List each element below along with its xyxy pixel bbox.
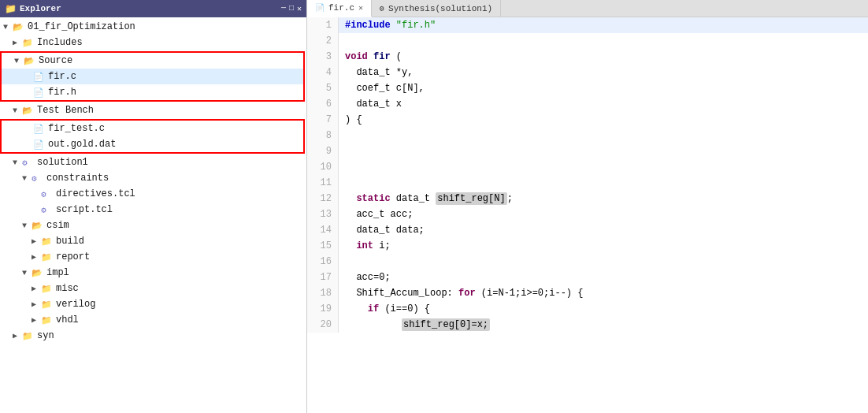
line-number: 1	[307, 17, 339, 33]
tree-label: Test Bench	[37, 105, 94, 116]
maximize-icon[interactable]: □	[289, 4, 294, 13]
tree-item-root[interactable]: ▼ 📂 01_fir_Optimization	[0, 19, 306, 35]
tree-label: fir.c	[48, 71, 76, 82]
arrow-icon: ▶	[13, 38, 22, 47]
line-number: 11	[307, 175, 339, 191]
minimize-icon[interactable]: ─	[281, 4, 286, 13]
tree-label: vhdl	[56, 314, 79, 326]
line-number: 17	[307, 270, 339, 285]
tree-label: impl	[46, 267, 69, 278]
arrow-icon: ▼	[3, 23, 13, 32]
tree-label: script.tcl	[56, 204, 113, 215]
code-line: 6 data_t x	[307, 96, 868, 112]
line-number: 5	[307, 80, 339, 96]
folder-icon: 📁	[41, 236, 54, 247]
folder-icon: 📁	[41, 284, 54, 294]
arrow-icon: ▼	[13, 158, 22, 167]
tree-item-verilog[interactable]: ▶ 📁 verilog	[0, 296, 306, 312]
line-number: 3	[307, 49, 339, 65]
editor-content[interactable]: 1 #include "fir.h" 2 3 void fir ( 4 data…	[307, 17, 868, 413]
solution-icon: ⚙	[22, 158, 35, 168]
arrow-icon: ▶	[32, 315, 41, 325]
line-number: 8	[307, 128, 339, 143]
tree-label: fir.h	[48, 87, 76, 98]
tree-item-source[interactable]: ▼ 📂 Source	[2, 53, 303, 69]
code-line: 13 acc_t acc;	[307, 206, 868, 222]
line-number: 14	[307, 222, 339, 238]
tree-item-report[interactable]: ▶ 📁 report	[0, 249, 306, 265]
line-number: 4	[307, 65, 339, 80]
arrow-icon: ▶	[32, 252, 41, 262]
arrow-icon: ▼	[22, 174, 32, 183]
tree-item-syn[interactable]: ▶ 📁 syn	[0, 328, 306, 344]
code-line: 5 coef_t c[N],	[307, 80, 868, 96]
tree-item-misc[interactable]: ▶ 📁 misc	[0, 281, 306, 296]
tree-item-fir-h[interactable]: 📄 fir.h	[2, 84, 303, 100]
tree-item-includes[interactable]: ▶ 📁 Includes	[0, 35, 306, 50]
tree-label: directives.tcl	[56, 188, 135, 199]
tree-label: syn	[37, 330, 54, 341]
line-content: data_t x	[339, 96, 868, 112]
line-content	[339, 254, 868, 270]
folder-icon: 📁	[22, 331, 35, 341]
tree-item-vhdl[interactable]: ▶ 📁 vhdl	[0, 312, 306, 328]
line-number: 6	[307, 96, 339, 112]
tree-item-fir-c[interactable]: 📄 fir.c	[2, 69, 303, 84]
code-line: 14 data_t data;	[307, 222, 868, 238]
tree-label: build	[56, 236, 84, 247]
folder-icon: 📂	[24, 56, 36, 66]
code-line: 2	[307, 33, 868, 49]
tree-item-constraints[interactable]: ▼ ⚙ constraints	[0, 170, 306, 186]
file-icon: 📄	[33, 87, 46, 98]
arrow-icon: ▼	[13, 106, 22, 115]
tab-fir-c[interactable]: 📄 fir.c ✕	[307, 0, 372, 17]
editor-panel: 📄 fir.c ✕ ⚙ Synthesis(solution1) 1 #incl…	[307, 0, 868, 413]
line-content: shift_reg[0]=x;	[339, 317, 868, 333]
line-content: coef_t c[N],	[339, 80, 868, 96]
explorer-header: 📁 Explorer ─ □ ✕	[0, 0, 306, 17]
line-content: data_t data;	[339, 222, 868, 238]
arrow-icon: ▶	[32, 300, 41, 309]
arrow-icon: ▼	[22, 221, 32, 230]
code-line: 11	[307, 175, 868, 191]
tab-close-icon[interactable]: ✕	[358, 3, 363, 13]
code-line: 15 int i;	[307, 238, 868, 254]
tab-label: fir.c	[328, 3, 354, 13]
tree-item-fir-test[interactable]: 📄 fir_test.c	[2, 121, 303, 136]
line-content	[339, 175, 868, 191]
explorer-tree: ▼ 📂 01_fir_Optimization ▶ 📁 Includes ▼ 📂…	[0, 17, 306, 413]
tree-label: misc	[56, 283, 79, 294]
line-content	[339, 33, 868, 49]
tab-label: Synthesis(solution1)	[388, 4, 492, 13]
tree-item-csim[interactable]: ▼ 📂 csim	[0, 218, 306, 233]
tree-label: constraints	[46, 173, 109, 184]
tree-label: csim	[46, 220, 69, 231]
tab-synthesis-icon: ⚙	[380, 4, 384, 13]
line-content: acc=0;	[339, 270, 868, 285]
tree-item-out-gold[interactable]: 📄 out.gold.dat	[2, 136, 303, 152]
code-line: 12 static data_t shift_reg[N];	[307, 191, 868, 206]
explorer-title: Explorer	[20, 4, 61, 13]
tree-item-script[interactable]: ⚙ script.tcl	[0, 202, 306, 218]
file-icon: 📄	[33, 124, 46, 134]
code-line: 1 #include "fir.h"	[307, 17, 868, 33]
folder-icon: 📂	[32, 268, 44, 278]
arrow-icon: ▼	[22, 269, 32, 277]
source-highlight-group: ▼ 📂 Source 📄 fir.c 📄 fir.h	[0, 51, 305, 102]
line-number: 2	[307, 33, 339, 49]
explorer-icon: 📁	[5, 3, 17, 15]
folder-icon: 📁	[41, 300, 54, 310]
tab-synthesis[interactable]: ⚙ Synthesis(solution1)	[372, 0, 501, 17]
tree-label: 01_fir_Optimization	[28, 21, 135, 32]
editor-tabs: 📄 fir.c ✕ ⚙ Synthesis(solution1)	[307, 0, 868, 17]
close-icon[interactable]: ✕	[297, 4, 302, 13]
tree-item-build[interactable]: ▶ 📁 build	[0, 233, 306, 249]
code-area: 1 #include "fir.h" 2 3 void fir ( 4 data…	[307, 17, 868, 333]
tree-label: report	[56, 251, 90, 262]
tree-item-impl[interactable]: ▼ 📂 impl	[0, 265, 306, 281]
explorer-header-icons: ─ □ ✕	[281, 4, 302, 13]
tree-item-directives[interactable]: ⚙ directives.tcl	[0, 186, 306, 202]
tree-item-solution1[interactable]: ▼ ⚙ solution1	[0, 154, 306, 170]
tree-item-testbench[interactable]: ▼ 📂 Test Bench	[0, 102, 306, 118]
folder-icon: 📂	[32, 221, 44, 231]
